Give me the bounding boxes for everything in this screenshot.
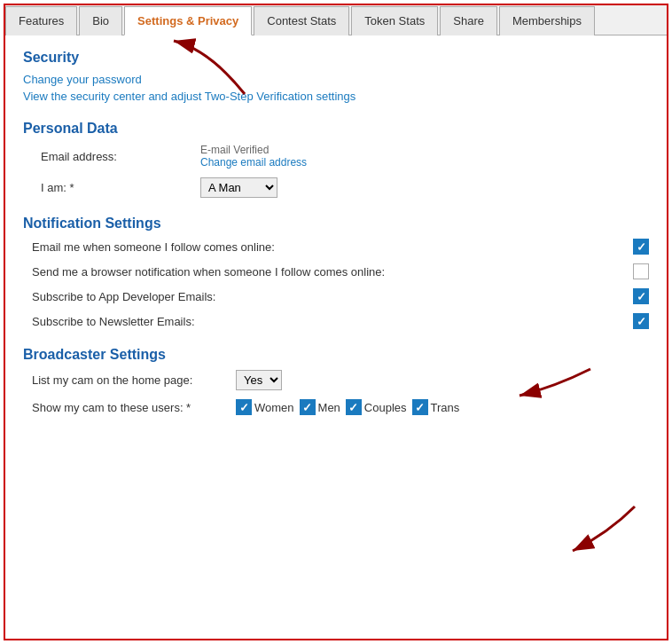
notif-label-4: Subscribe to Newsletter Emails: <box>32 315 633 328</box>
email-row: Email address: E-mail Verified Change em… <box>23 144 649 169</box>
notif-checkbox-2[interactable] <box>633 263 649 279</box>
security-section: Security Change your password View the s… <box>23 50 649 103</box>
cam-label-trans: Trans <box>431 401 460 414</box>
arrow-broadcaster-annotation <box>528 498 644 569</box>
personal-data-section: Personal Data Email address: E-mail Veri… <box>23 121 649 198</box>
tab-bio[interactable]: Bio <box>79 6 122 35</box>
show-cam-label: Show my cam to these users: * <box>32 401 236 414</box>
main-content: Security Change your password View the s… <box>5 35 667 447</box>
notif-checkbox-1[interactable] <box>633 239 649 255</box>
email-verified-text: E-mail Verified <box>200 144 307 156</box>
notif-label-1: Email me when someone I follow comes onl… <box>32 240 633 254</box>
notif-row-1: Email me when someone I follow comes onl… <box>23 239 649 255</box>
cam-checkbox-couples[interactable] <box>346 399 362 415</box>
email-verified-block: E-mail Verified Change email address <box>200 144 307 169</box>
tab-contest-stats[interactable]: Contest Stats <box>254 6 349 35</box>
personal-data-title: Personal Data <box>23 121 649 137</box>
cam-checkbox-men[interactable] <box>300 399 316 415</box>
notif-row-2: Send me a browser notification when some… <box>23 263 649 279</box>
cam-option-couples: Couples <box>346 399 407 415</box>
cam-option-women: Women <box>236 399 294 415</box>
tab-settings-privacy[interactable]: Settings & Privacy <box>124 6 252 35</box>
cam-label-men: Men <box>318 401 340 414</box>
notif-label-2: Send me a browser notification when some… <box>32 265 633 279</box>
notification-section: Notification Settings Email me when some… <box>23 216 649 329</box>
email-label: Email address: <box>41 150 200 163</box>
tab-share[interactable]: Share <box>440 6 497 35</box>
tab-bar: Features Bio Settings & Privacy Contest … <box>5 5 667 35</box>
broadcaster-section: Broadcaster Settings List my cam on the … <box>23 347 649 415</box>
cam-checkbox-trans[interactable] <box>412 399 428 415</box>
tab-token-stats[interactable]: Token Stats <box>351 6 438 35</box>
list-cam-row: List my cam on the home page: Yes No <box>23 370 649 390</box>
notif-label-3: Subscribe to App Developer Emails: <box>32 290 633 303</box>
cam-label-couples: Couples <box>364 401 407 414</box>
change-password-link[interactable]: Change your password <box>23 73 649 86</box>
tab-memberships[interactable]: Memberships <box>499 6 595 35</box>
cam-checkbox-women[interactable] <box>236 399 252 415</box>
security-center-link[interactable]: View the security center and adjust Two-… <box>23 90 649 103</box>
cam-label-women: Women <box>254 401 294 414</box>
iam-row: I am: * A Man A Woman A Couple Trans <box>23 177 649 198</box>
notif-checkbox-3[interactable] <box>633 288 649 304</box>
notification-settings-title: Notification Settings <box>23 216 649 232</box>
cam-option-trans: Trans <box>412 399 460 415</box>
gender-select[interactable]: A Man A Woman A Couple Trans <box>200 177 277 198</box>
notif-checkbox-4[interactable] <box>633 313 649 329</box>
show-cam-row: Show my cam to these users: * Women Men … <box>23 399 649 415</box>
iam-label: I am: * <box>41 181 200 194</box>
change-email-link[interactable]: Change email address <box>200 156 307 169</box>
tab-features[interactable]: Features <box>5 6 77 35</box>
security-title: Security <box>23 50 649 66</box>
list-cam-label: List my cam on the home page: <box>32 373 236 387</box>
notif-row-3: Subscribe to App Developer Emails: <box>23 288 649 304</box>
notif-row-4: Subscribe to Newsletter Emails: <box>23 313 649 329</box>
cam-option-men: Men <box>300 399 340 415</box>
list-cam-select[interactable]: Yes No <box>236 370 282 390</box>
broadcaster-settings-title: Broadcaster Settings <box>23 347 649 363</box>
show-cam-options: Women Men Couples Trans <box>236 399 459 415</box>
